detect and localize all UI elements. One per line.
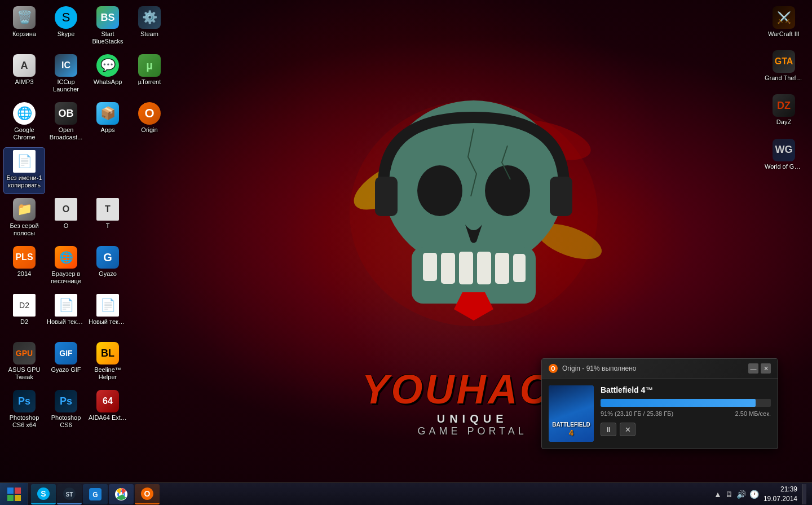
svg-rect-21 [15, 495, 21, 501]
icon-unnamed-label: Без имени-1 копировать [6, 174, 42, 189]
icon-chrome-label: Google Chrome [6, 126, 42, 141]
icon-origin-label: Origin [141, 126, 157, 134]
icon-photoshop-x64-label: Photoshop CS6 x64 [6, 414, 42, 429]
icon-browser-sandbox[interactable]: 🌐 Браузер в песочнице [46, 244, 86, 289]
origin-popup-title: O Origin - 91% выполнено [549, 364, 637, 373]
icon-worldofguns[interactable]: WG World of Guns Gun ... [764, 137, 804, 173]
icon-beeline-label: Beeline™ Helper [90, 366, 126, 381]
svg-rect-20 [7, 495, 14, 501]
origin-download-popup: O Origin - 91% выполнено — ✕ BATTLEFIELD… [541, 358, 778, 449]
taskbar-origin[interactable]: O [135, 484, 160, 504]
taskbar: S ST G [0, 482, 812, 505]
origin-popup-title-text: Origin - 91% выполнено [562, 365, 637, 372]
icon-asus-gpu-label: ASUS GPU Tweak [6, 366, 42, 381]
taskbar-gyazo[interactable]: G [83, 484, 108, 504]
taskbar-time: 21:39 [764, 485, 797, 494]
icon-new-txt2[interactable]: 📄 Новый текстовый ... [87, 292, 128, 337]
taskbar-system-icons: ▲ 🖥 🔊 🕐 [714, 490, 759, 499]
taskbar-clock-icon: 🕐 [749, 490, 759, 499]
desktop: YOUHACK UNIQUE GAME PORTAL 🗑️ Корзина S … [0, 0, 812, 482]
icon-whatsapp[interactable]: 💬 WhatsApp [87, 52, 128, 98]
svg-rect-18 [7, 488, 14, 494]
icon-aida64[interactable]: 64 AIDA64 Extre... [87, 388, 128, 433]
icon-gta4-label: Grand Theft Auto IV - ... [765, 74, 803, 82]
icon-gyazo-label: Gyazo [99, 270, 117, 278]
start-button[interactable] [0, 483, 28, 506]
icon-warcraft[interactable]: ⚔️ WarCraft III [764, 4, 804, 40]
icon-utorrent-label: µTorrent [138, 78, 161, 86]
icon-browser-sandbox-label: Браузер в песочнице [48, 270, 84, 285]
download-speed: 2.50 МБ/сек. [735, 410, 771, 417]
origin-close-button[interactable]: ✕ [761, 363, 771, 374]
origin-popup-controls: — ✕ [748, 363, 771, 374]
icon-warcraft-label: WarCraft III [768, 30, 800, 38]
icon-skype[interactable]: S Skype [46, 4, 86, 50]
taskbar-right: ▲ 🖥 🔊 🕐 21:39 19.07.2014 [708, 483, 812, 506]
icon-obs[interactable]: OB Open Broadcast... [46, 100, 86, 146]
progress-info: 91% (23.10 ГБ / 25.38 ГБ) 2.50 МБ/сек. [601, 410, 771, 417]
svg-text:ST: ST [66, 491, 73, 498]
icon-beeline[interactable]: BL Beeline™ Helper [87, 340, 128, 385]
icon-no-gray-bar-label: Без серой полосы [6, 222, 42, 237]
icon-aida64-label: AIDA64 Extre... [89, 414, 127, 421]
progress-bar-container [601, 399, 771, 407]
icon-apps-label: Apps [100, 126, 114, 134]
icon-steam[interactable]: ⚙️ Steam [129, 4, 170, 50]
taskbar-steam[interactable]: ST [57, 484, 82, 504]
svg-text:S: S [41, 489, 46, 498]
taskbar-clock[interactable]: 21:39 19.07.2014 [764, 485, 797, 504]
icon-trash[interactable]: 🗑️ Корзина [4, 4, 45, 50]
progress-text: 91% (23.10 ГБ / 25.38 ГБ) [601, 410, 673, 417]
taskbar-date: 19.07.2014 [764, 494, 797, 504]
icon-no-gray-bar[interactable]: 📁 Без серой полосы [4, 196, 45, 241]
icon-2014-label: 2014 [17, 270, 31, 278]
icon-gyazo-gif[interactable]: GIF Gyazo GIF [46, 340, 86, 385]
icon-new-txt1[interactable]: 📄 Новый текстов... [46, 292, 86, 337]
icon-iccup[interactable]: IC ICCup Launcher [46, 52, 86, 98]
icon-dayz-label: DayZ [776, 118, 791, 126]
icon-utorrent[interactable]: µ µTorrent [129, 52, 170, 98]
icon-d2-label: D2 [20, 318, 28, 326]
icon-origin[interactable]: O Origin [129, 100, 170, 146]
taskbar-apps: S ST G [28, 483, 162, 506]
icon-d2[interactable]: D2 D2 [4, 292, 45, 337]
taskbar-network-icon[interactable]: 🖥 [725, 490, 733, 499]
icon-apps[interactable]: 📦 Apps [87, 100, 128, 146]
icon-dayz[interactable]: DZ DayZ [764, 92, 804, 128]
svg-rect-10 [441, 253, 455, 284]
icon-chrome[interactable]: 🌐 Google Chrome [4, 100, 45, 146]
icon-gta4[interactable]: GTA Grand Theft Auto IV - ... [764, 48, 804, 84]
svg-rect-19 [15, 488, 21, 494]
svg-rect-14 [513, 254, 526, 282]
taskbar-volume-icon[interactable]: 🔊 [736, 490, 746, 499]
svg-rect-16 [550, 177, 572, 216]
taskbar-chrome[interactable] [109, 484, 134, 504]
progress-bar-fill [601, 399, 756, 407]
icon-photoshop-x64[interactable]: Ps Photoshop CS6 x64 [4, 388, 45, 433]
svg-rect-12 [477, 252, 491, 284]
svg-text:O: O [144, 489, 151, 498]
icon-bluestacks-label: Start BlueStacks [90, 30, 126, 45]
icon-new-txt1-label: Новый текстов... [47, 318, 85, 326]
svg-rect-15 [375, 177, 398, 216]
taskbar-skype[interactable]: S [31, 484, 56, 504]
svg-rect-9 [423, 253, 437, 281]
pause-button[interactable]: ⏸ [601, 423, 616, 436]
icon-unnamed-file[interactable]: 📄 Без имени-1 копировать [4, 148, 45, 194]
icon-photoshop-cs6[interactable]: Ps Photoshop CS6 [46, 388, 86, 433]
icon-gyazo[interactable]: G Gyazo [87, 244, 128, 289]
origin-minimize-button[interactable]: — [748, 363, 758, 374]
icon-file-t[interactable]: Т Т [87, 196, 128, 241]
icon-iccup-label: ICCup Launcher [48, 78, 84, 93]
icon-steam-label: Steam [140, 30, 158, 38]
icon-bluestacks[interactable]: BS Start BlueStacks [87, 4, 128, 50]
taskbar-arrow-icon[interactable]: ▲ [714, 490, 722, 499]
icon-file-o[interactable]: О О [46, 196, 86, 241]
icon-2014[interactable]: PLS 2014 [4, 244, 45, 289]
cancel-button[interactable]: ✕ [620, 423, 636, 436]
icon-skype-label: Skype [58, 30, 75, 38]
icon-aimp[interactable]: A AIMP3 [4, 52, 45, 98]
taskbar-show-desktop[interactable] [802, 484, 806, 504]
game-info: Battlefield 4™ 91% (23.10 ГБ / 25.38 ГБ)… [601, 385, 771, 442]
icon-asus-gpu[interactable]: GPU ASUS GPU Tweak [4, 340, 45, 385]
